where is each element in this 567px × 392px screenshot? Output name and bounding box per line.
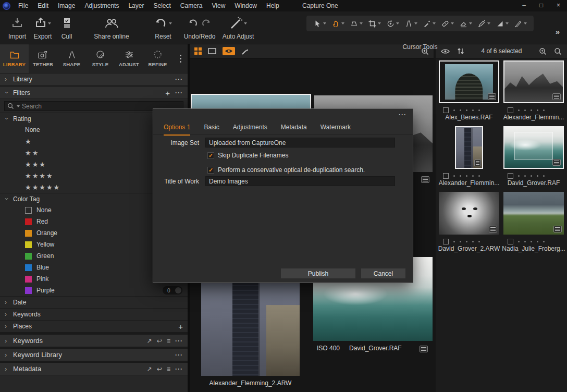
dialog-kebab-menu[interactable]: ··· <box>399 111 406 118</box>
tab-style[interactable]: STYLE <box>86 44 115 73</box>
variant-info-badge-icon[interactable] <box>552 93 561 100</box>
edit-brush-icon[interactable] <box>241 47 249 55</box>
publish-button[interactable]: Publish <box>281 268 355 278</box>
filmstrip-item[interactable] <box>503 126 564 169</box>
expand-panel-icon[interactable]: ↗ <box>147 365 152 373</box>
menu-camera[interactable]: Camera <box>176 0 207 11</box>
toolbar-overflow-button[interactable]: » <box>556 27 560 36</box>
menu-adjustments[interactable]: Adjustments <box>80 0 124 11</box>
filters-section-header[interactable]: › Filters + ··· <box>0 87 188 99</box>
menu-view[interactable]: View <box>207 0 230 11</box>
pan-tool[interactable] <box>332 20 344 28</box>
import-button[interactable]: Import <box>4 14 30 40</box>
export-dropdown-icon[interactable] <box>48 22 51 24</box>
select-tool[interactable] <box>314 20 326 28</box>
keywords-panel-header[interactable]: › Keywords ↗ ↩ ≡ ··· <box>0 334 188 347</box>
rating-dots[interactable] <box>503 238 545 244</box>
cancel-button[interactable]: Cancel <box>361 268 405 278</box>
variant-info-badge-icon[interactable] <box>553 226 562 232</box>
variant-info-badge-icon[interactable] <box>489 226 497 232</box>
filters-add-button[interactable]: + <box>165 89 170 97</box>
variant-info-badge-icon[interactable] <box>474 160 481 166</box>
spot-removal-tool[interactable] <box>423 20 436 28</box>
filmstrip-item[interactable] <box>503 60 564 103</box>
select-checkbox[interactable] <box>443 173 449 179</box>
crop-tool[interactable] <box>368 20 381 28</box>
menu-edit[interactable]: Edit <box>33 0 53 11</box>
reset-button[interactable]: Reset <box>147 14 179 40</box>
auto-adjust-button[interactable]: Auto Adjust <box>219 14 257 40</box>
tab-library[interactable]: LIBRARY <box>0 44 29 73</box>
tabs-kebab-menu[interactable] <box>174 44 188 73</box>
viewer-view-icon[interactable] <box>208 48 216 54</box>
purple-count-toggle[interactable]: 0 <box>163 286 182 295</box>
variant-info-badge-icon[interactable] <box>420 346 428 352</box>
erase-tool[interactable] <box>460 20 472 28</box>
filters-ellipsis-menu[interactable]: ··· <box>175 89 183 96</box>
fill-mask-tool[interactable] <box>496 20 509 28</box>
select-checkbox[interactable] <box>508 107 513 113</box>
auto-adjust-dropdown-icon[interactable] <box>244 22 247 24</box>
heal-tool[interactable] <box>441 20 454 28</box>
places-group-header[interactable]: › Places + <box>0 320 188 332</box>
tab-refine[interactable]: REFINE <box>143 44 172 73</box>
variant-info-badge-icon[interactable] <box>488 93 496 100</box>
presets-icon[interactable]: ≡ <box>167 365 170 373</box>
style-brush-tool[interactable] <box>514 20 527 28</box>
menu-file[interactable]: File <box>14 0 33 11</box>
library-section-header[interactable]: › Library ··· <box>0 73 188 85</box>
search-filter-dropdown-icon[interactable] <box>17 105 20 107</box>
rating-dots[interactable] <box>503 107 545 113</box>
tab-adjust[interactable]: ADJUST <box>115 44 143 73</box>
filmstrip-item[interactable] <box>439 60 499 103</box>
share-online-button[interactable]: Share online <box>87 14 137 40</box>
straighten-tool[interactable] <box>405 20 417 28</box>
tab-shape[interactable]: SHAPE <box>57 44 86 73</box>
menu-help[interactable]: Help <box>262 0 284 11</box>
undo-redo-button[interactable]: Undo/Redo <box>181 14 218 40</box>
variant-info-badge-icon[interactable] <box>552 159 561 166</box>
menu-window[interactable]: Window <box>230 0 262 11</box>
close-button[interactable]: × <box>550 0 567 11</box>
rotate-tool[interactable] <box>387 20 399 28</box>
keyword-library-panel-menu[interactable]: ··· <box>175 351 183 359</box>
places-add-button[interactable]: + <box>178 322 183 331</box>
zoom-icon[interactable] <box>539 47 547 55</box>
filmstrip-item[interactable] <box>503 192 564 235</box>
keywords-group-header[interactable]: › Keywords <box>0 308 188 320</box>
menu-layer[interactable]: Layer <box>124 0 149 11</box>
loupe-tool[interactable] <box>350 20 363 28</box>
rating-dots[interactable] <box>439 238 480 244</box>
rating-dots[interactable] <box>439 173 480 179</box>
metadata-panel-menu[interactable]: ··· <box>175 365 183 373</box>
reset-panel-icon[interactable]: ↩ <box>157 337 162 345</box>
metadata-panel-header[interactable]: › Metadata ↗ ↩ ≡ ··· <box>0 362 188 375</box>
title-of-work-input[interactable] <box>205 176 395 186</box>
filmstrip-item[interactable] <box>439 192 499 235</box>
menu-select[interactable]: Select <box>149 0 175 11</box>
search-icon[interactable] <box>554 47 562 55</box>
tab-tether[interactable]: TETHER <box>29 44 57 73</box>
maximize-button[interactable]: □ <box>533 0 550 11</box>
expand-panel-icon[interactable]: ↗ <box>147 337 152 345</box>
menu-image[interactable]: Image <box>53 0 80 11</box>
color-tag-row-purple[interactable]: Purple 0 <box>0 285 188 296</box>
keywords-panel-menu[interactable]: ··· <box>175 337 183 345</box>
select-checkbox[interactable] <box>443 107 449 113</box>
image-set-input[interactable] <box>205 138 395 148</box>
select-checkbox[interactable] <box>508 173 513 179</box>
draw-mask-tool[interactable] <box>478 20 490 28</box>
redo-icon[interactable] <box>200 17 212 30</box>
variant-info-badge-icon[interactable] <box>421 176 429 183</box>
select-checkbox[interactable] <box>508 239 513 244</box>
select-checkbox[interactable] <box>443 239 449 244</box>
reset-dropdown-icon[interactable] <box>169 22 172 24</box>
rating-dots[interactable] <box>503 173 545 179</box>
date-group-header[interactable]: › Date <box>0 296 188 308</box>
minimize-button[interactable]: – <box>515 0 533 11</box>
proof-view-icon[interactable] <box>223 47 235 55</box>
presets-icon[interactable]: ≡ <box>167 337 170 345</box>
grid-view-icon[interactable] <box>194 47 202 55</box>
cull-button[interactable]: Cull <box>56 14 77 40</box>
library-ellipsis-menu[interactable]: ··· <box>175 76 183 83</box>
